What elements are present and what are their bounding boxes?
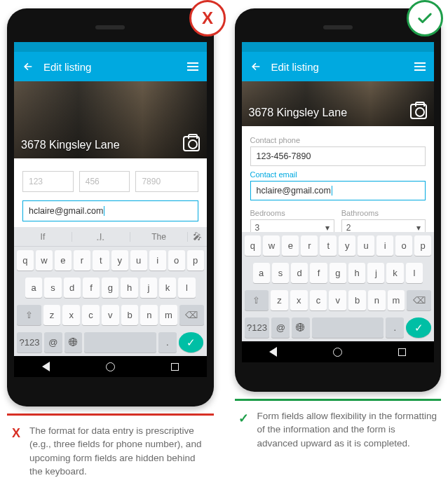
key-o[interactable]: o	[168, 250, 185, 271]
backspace-key[interactable]: ⌫	[407, 290, 431, 310]
key-k[interactable]: k	[159, 278, 176, 298]
back-arrow-icon[interactable]	[250, 61, 262, 72]
globe-key[interactable]: 🌐︎	[292, 317, 310, 338]
email-input[interactable]: hclaire@gmail.com	[22, 200, 198, 221]
mic-icon[interactable]: 🎤︎	[188, 231, 206, 242]
numeric-key[interactable]: ?123	[245, 317, 270, 338]
key-i[interactable]: i	[376, 235, 393, 256]
camera-icon[interactable]	[410, 104, 427, 119]
key-w[interactable]: w	[36, 250, 53, 271]
caption-dont: X The format for data entry is prescript…	[7, 416, 214, 479]
key-m[interactable]: m	[160, 305, 177, 325]
key-z[interactable]: z	[271, 290, 288, 310]
space-key[interactable]	[312, 317, 384, 338]
at-key[interactable]: @	[271, 317, 290, 338]
key-p[interactable]: p	[187, 250, 204, 271]
phone-screen: Edit listing 3678 Kingsley Lane 123 456 …	[14, 42, 207, 377]
key-t[interactable]: t	[320, 235, 337, 256]
key-g[interactable]: g	[330, 263, 346, 283]
nav-home-icon[interactable]	[333, 348, 342, 357]
globe-key[interactable]: 🌐︎	[65, 332, 83, 353]
key-n[interactable]: n	[140, 305, 158, 325]
phone-input[interactable]: 123-456-7890	[250, 146, 426, 166]
key-w[interactable]: w	[263, 235, 280, 256]
key-j[interactable]: j	[140, 278, 157, 298]
key-r[interactable]: r	[74, 250, 90, 271]
email-input[interactable]: hclaire@gmail.com	[250, 181, 426, 200]
nav-home-icon[interactable]	[106, 362, 115, 371]
key-m[interactable]: m	[388, 290, 405, 310]
key-s[interactable]: s	[44, 278, 61, 298]
chevron-down-icon: ▾	[325, 223, 330, 233]
key-b[interactable]: b	[348, 290, 366, 310]
key-q[interactable]: q	[245, 235, 262, 256]
nav-recents-icon[interactable]	[171, 363, 179, 371]
key-a[interactable]: a	[253, 263, 270, 283]
key-v[interactable]: v	[102, 305, 119, 325]
key-d[interactable]: d	[291, 263, 308, 283]
period-key[interactable]: .	[386, 317, 404, 338]
hamburger-icon[interactable]	[187, 62, 198, 71]
suggestion-3[interactable]: The	[130, 232, 189, 242]
key-v[interactable]: v	[329, 290, 346, 310]
key-s[interactable]: s	[272, 263, 289, 283]
key-l[interactable]: l	[178, 278, 195, 298]
badge-do	[407, 0, 443, 36]
key-r[interactable]: r	[301, 235, 318, 256]
space-key[interactable]	[84, 332, 156, 353]
key-h[interactable]: h	[121, 278, 137, 298]
at-key[interactable]: @	[44, 332, 62, 353]
key-j[interactable]: j	[367, 263, 384, 283]
phone-part-1[interactable]: 123	[22, 171, 74, 192]
backspace-key[interactable]: ⌫	[179, 305, 204, 325]
key-g[interactable]: g	[102, 278, 118, 298]
key-y[interactable]: y	[339, 235, 355, 256]
key-u[interactable]: u	[130, 250, 147, 271]
key-l[interactable]: l	[406, 263, 423, 283]
text-cursor	[104, 206, 104, 216]
key-o[interactable]: o	[395, 235, 412, 256]
status-bar	[14, 42, 207, 52]
nav-back-icon[interactable]	[42, 362, 50, 371]
key-c[interactable]: c	[310, 290, 327, 310]
key-e[interactable]: e	[282, 235, 299, 256]
shift-key[interactable]: ⇧	[245, 290, 269, 310]
key-f[interactable]: f	[83, 278, 100, 298]
example-do: Edit listing 3678 Kingsley Lane Contact …	[235, 8, 442, 479]
phone-part-3[interactable]: 7890	[135, 171, 198, 192]
enter-key[interactable]: ✓	[179, 332, 204, 353]
phone-part-2[interactable]: 456	[79, 171, 130, 192]
suggestion-2[interactable]: I•••	[72, 232, 130, 242]
key-d[interactable]: d	[64, 278, 81, 298]
key-k[interactable]: k	[386, 263, 403, 283]
key-c[interactable]: c	[82, 305, 100, 325]
key-p[interactable]: p	[414, 235, 431, 256]
key-u[interactable]: u	[358, 235, 374, 256]
numeric-key[interactable]: ?123	[17, 332, 42, 353]
key-y[interactable]: y	[111, 250, 128, 271]
key-f[interactable]: f	[310, 263, 327, 283]
period-key[interactable]: .	[158, 332, 177, 353]
key-i[interactable]: i	[149, 250, 166, 271]
key-n[interactable]: n	[368, 290, 386, 310]
key-a[interactable]: a	[25, 278, 42, 298]
email-label: Contact email	[250, 170, 426, 179]
camera-icon[interactable]	[183, 136, 200, 151]
key-b[interactable]: b	[121, 305, 139, 325]
listing-address: 3678 Kingsley Lane	[21, 139, 183, 151]
key-q[interactable]: q	[17, 250, 34, 271]
back-arrow-icon[interactable]	[22, 61, 34, 72]
key-e[interactable]: e	[55, 250, 72, 271]
key-h[interactable]: h	[348, 263, 365, 283]
nav-recents-icon[interactable]	[398, 348, 406, 356]
key-t[interactable]: t	[93, 250, 109, 271]
enter-key[interactable]: ✓	[406, 317, 431, 338]
suggestion-1[interactable]: If	[14, 232, 72, 242]
android-nav-bar	[14, 356, 207, 377]
key-x[interactable]: x	[290, 290, 308, 310]
nav-back-icon[interactable]	[269, 347, 277, 357]
shift-key[interactable]: ⇧	[17, 305, 41, 325]
key-x[interactable]: x	[62, 305, 80, 325]
key-z[interactable]: z	[43, 305, 61, 325]
hamburger-icon[interactable]	[414, 62, 426, 71]
